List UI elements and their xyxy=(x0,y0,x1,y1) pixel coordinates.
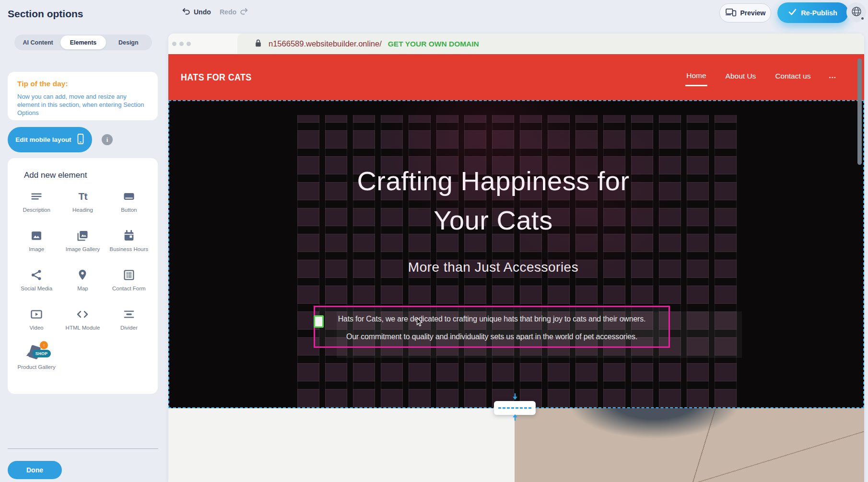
edit-mobile-layout-button[interactable]: Edit mobile layout xyxy=(8,127,92,152)
section-options-sidebar: AI Content Elements Design Tip of the da… xyxy=(0,31,165,482)
hero-paragraph-line: Hats for Cats, we are dedicated to craft… xyxy=(315,313,669,325)
site-nav: Home About Us Contact us ... xyxy=(685,54,836,100)
element-drag-handle[interactable] xyxy=(314,315,324,328)
element-label: Heading xyxy=(72,207,93,213)
heading-icon: Tt xyxy=(79,189,87,204)
share-icon xyxy=(30,267,43,283)
canvas-scrollbar[interactable] xyxy=(857,58,862,165)
element-video[interactable]: Video xyxy=(13,307,59,346)
preview-button[interactable]: Preview xyxy=(719,3,771,23)
product-gallery-icon: ↑ SHOP xyxy=(26,346,47,361)
resize-dash-icon xyxy=(498,407,531,409)
undo-icon xyxy=(182,8,190,16)
top-bar: Section options Undo Redo Preview Re-Pub… xyxy=(0,0,868,31)
hero-subheading: More than Just Accessories xyxy=(408,260,578,275)
code-icon xyxy=(76,307,89,322)
redo-icon xyxy=(240,8,248,16)
redo-button[interactable]: Redo xyxy=(220,8,248,16)
tip-title: Tip of the day: xyxy=(17,80,148,88)
hero-heading: Crafting Happiness for Your Cats xyxy=(357,161,629,240)
element-business-hours[interactable]: Business Hours xyxy=(106,228,152,267)
get-domain-link[interactable]: GET YOUR OWN DOMAIN xyxy=(388,40,479,48)
image-icon xyxy=(30,228,43,243)
arrow-down-icon xyxy=(511,393,518,402)
tab-design[interactable]: Design xyxy=(106,35,151,49)
element-map[interactable]: Map xyxy=(59,267,106,307)
undo-button[interactable]: Undo xyxy=(182,8,211,16)
shop-badge: SHOP xyxy=(32,350,51,357)
element-image-gallery[interactable]: Image Gallery xyxy=(59,228,106,267)
sidebar-divider xyxy=(8,448,158,449)
site-logo: HATS FOR CATS xyxy=(181,71,252,83)
element-label: HTML Module xyxy=(66,325,100,331)
arrow-up-icon xyxy=(511,413,518,423)
devices-icon xyxy=(725,8,737,18)
video-icon xyxy=(30,307,43,322)
element-divider[interactable]: Divider xyxy=(106,307,152,346)
add-new-element-panel: Add new element Description Tt Heading B… xyxy=(8,158,158,394)
nav-contact-us[interactable]: Contact us xyxy=(774,69,811,85)
republish-label: Re-Publish xyxy=(801,9,837,17)
add-element-title: Add new element xyxy=(24,171,158,180)
tab-elements[interactable]: Elements xyxy=(60,35,106,49)
next-section-floor-image[interactable] xyxy=(515,408,864,482)
tip-body: Now you can add, move and resize any ele… xyxy=(17,92,148,117)
site-header[interactable]: HATS FOR CATS Home About Us Contact us .… xyxy=(168,54,864,100)
button-icon xyxy=(122,189,136,204)
element-label: Business Hours xyxy=(110,246,149,252)
nav-more-button[interactable]: ... xyxy=(829,71,836,83)
language-globe-button[interactable] xyxy=(846,2,866,22)
check-icon xyxy=(788,9,797,17)
lock-icon xyxy=(237,39,262,49)
info-icon[interactable]: i xyxy=(102,134,113,145)
element-label: Social Media xyxy=(21,286,52,292)
element-label: Image xyxy=(29,246,44,252)
element-label: Map xyxy=(77,286,88,292)
mobile-phone-icon xyxy=(77,133,84,146)
element-product-gallery[interactable]: ↑ SHOP Product Gallery xyxy=(13,346,59,385)
element-label: Video xyxy=(30,325,44,331)
element-label: Contact Form xyxy=(112,286,146,292)
element-description[interactable]: Description xyxy=(13,189,59,228)
calendar-icon xyxy=(122,228,136,243)
description-icon xyxy=(30,189,43,204)
hero-paragraph-line: Our commitment to quality and individual… xyxy=(315,331,669,343)
next-section-left[interactable] xyxy=(168,408,515,482)
browser-bar: n1566589.websitebuilder.online/ GET YOUR… xyxy=(168,34,864,54)
selected-text-element[interactable]: Hats for Cats, we are dedicated to craft… xyxy=(314,306,670,348)
done-button[interactable]: Done xyxy=(8,461,62,479)
element-label: Button xyxy=(121,207,137,213)
element-grid: Description Tt Heading Button Image Imag… xyxy=(8,189,158,385)
contact-form-icon xyxy=(122,267,136,283)
tip-of-the-day-card: Tip of the day: Now you can add, move an… xyxy=(8,72,158,120)
element-html-module[interactable]: HTML Module xyxy=(59,307,106,346)
tab-ai-content[interactable]: AI Content xyxy=(15,35,60,49)
page-title: Section options xyxy=(8,8,83,20)
hero-section-selected[interactable]: Crafting Happiness for Your Cats More th… xyxy=(168,100,864,408)
window-dots-icon xyxy=(172,42,191,46)
sidebar-tabs: AI Content Elements Design xyxy=(14,34,152,50)
element-contact-form[interactable]: Contact Form xyxy=(106,267,152,307)
element-heading[interactable]: Tt Heading xyxy=(59,189,106,228)
site-canvas: n1566589.websitebuilder.online/ GET YOUR… xyxy=(168,34,864,482)
nav-home[interactable]: Home xyxy=(685,69,707,86)
section-resize-handle[interactable] xyxy=(494,401,536,415)
upgrade-arrow-badge: ↑ xyxy=(40,341,48,349)
redo-label: Redo xyxy=(220,8,236,16)
element-label: Image Gallery xyxy=(66,246,100,252)
republish-button[interactable]: Re-Publish xyxy=(777,2,848,23)
element-button[interactable]: Button xyxy=(106,189,152,228)
undo-label: Undo xyxy=(194,8,211,16)
divider-icon xyxy=(122,307,136,322)
globe-status-dot xyxy=(860,16,865,21)
site-url: n1566589.websitebuilder.online/ xyxy=(269,39,382,48)
nav-about-us[interactable]: About Us xyxy=(725,69,757,85)
element-social-media[interactable]: Social Media xyxy=(13,267,59,307)
element-label: Divider xyxy=(120,325,138,331)
element-label: Product Gallery xyxy=(18,364,56,370)
element-image[interactable]: Image xyxy=(13,228,59,267)
preview-label: Preview xyxy=(740,9,766,17)
element-label: Description xyxy=(23,207,50,213)
edit-mobile-label: Edit mobile layout xyxy=(15,136,71,143)
map-pin-icon xyxy=(76,267,89,283)
